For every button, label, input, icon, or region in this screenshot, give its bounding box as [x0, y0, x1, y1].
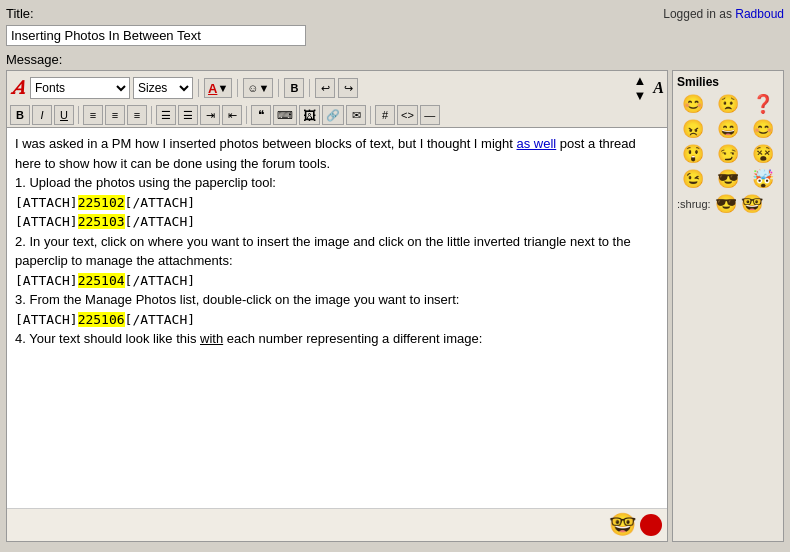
sep4 — [309, 79, 310, 97]
username-link[interactable]: Radboud — [735, 7, 784, 21]
italic-button[interactable]: I — [32, 105, 52, 125]
editor-bottom-bar: 🤓 — [7, 508, 667, 541]
size-select[interactable]: Sizes — [133, 77, 193, 99]
hash-button[interactable]: # — [375, 105, 395, 125]
smiley-12[interactable]: 🤯 — [752, 168, 774, 190]
red-circle-button[interactable] — [640, 514, 662, 536]
smiley-10[interactable]: 😉 — [682, 168, 704, 190]
list-unordered-button[interactable]: ☰ — [156, 105, 176, 125]
title-input[interactable] — [6, 25, 306, 46]
email-button[interactable]: ✉ — [346, 105, 366, 125]
smiley-7[interactable]: 😲 — [682, 143, 704, 165]
smiley-6[interactable]: 😊 — [752, 118, 774, 140]
font-style-icon[interactable]: 𝐴 — [10, 77, 27, 99]
image-button[interactable]: 🖼 — [299, 105, 320, 125]
link-button[interactable]: 🔗 — [322, 105, 344, 125]
sep3 — [278, 79, 279, 97]
smilies-title: Smilies — [677, 75, 779, 89]
font-select[interactable]: Fonts — [30, 77, 130, 99]
smiley-3[interactable]: ❓ — [752, 93, 774, 115]
smiley-1[interactable]: 😊 — [682, 93, 704, 115]
bold-button[interactable]: B — [10, 105, 30, 125]
logged-in-text: Logged in as Radboud — [663, 7, 784, 21]
message-label: Message: — [6, 52, 784, 67]
title-label: Title: — [6, 6, 34, 21]
underline-button[interactable]: U — [54, 105, 74, 125]
step3-text: 3. From the Manage Photos list, double-c… — [15, 290, 659, 310]
smiley-8[interactable]: 😏 — [717, 143, 739, 165]
align-left-button[interactable]: ≡ — [83, 105, 103, 125]
shrug-row: :shrug: 😎 🤓 — [677, 193, 779, 215]
emoji-nerd-bottom[interactable]: 🤓 — [609, 512, 636, 538]
smiley-14[interactable]: 🤓 — [741, 193, 763, 215]
smilies-panel: Smilies 😊 😟 ❓ 😠 😄 😊 😲 😏 😵 😉 😎 🤯 :shrug: … — [672, 70, 784, 542]
sep5 — [78, 106, 79, 124]
dash-button[interactable]: — — [420, 105, 440, 125]
attach2: [ATTACH]225103[/ATTACH] — [15, 212, 659, 232]
sep7 — [246, 106, 247, 124]
outdent-button[interactable]: ⇤ — [222, 105, 242, 125]
align-center-button[interactable]: ≡ — [105, 105, 125, 125]
toolbar: 𝐴 Fonts Sizes A▼ ☺▼ B ↩ ↪ — [7, 71, 667, 128]
content-area[interactable]: I was asked in a PM how I inserted photo… — [7, 128, 667, 508]
font-color-button[interactable]: A▼ — [204, 78, 232, 98]
editor-logo: A — [653, 79, 664, 97]
intro-paragraph: I was asked in a PM how I inserted photo… — [15, 134, 659, 173]
sep2 — [237, 79, 238, 97]
smilies-grid: 😊 😟 ❓ 😠 😄 😊 😲 😏 😵 😉 😎 🤯 — [677, 93, 779, 190]
attach4: [ATTACH]225106[/ATTACH] — [15, 310, 659, 330]
source-button[interactable]: <> — [397, 105, 418, 125]
attach1: [ATTACH]225102[/ATTACH] — [15, 193, 659, 213]
smiley-2[interactable]: 😟 — [717, 93, 739, 115]
step2-text: 2. In your text, click on where you want… — [15, 232, 659, 271]
quote-button[interactable]: ❝ — [251, 105, 271, 125]
smiley-11[interactable]: 😎 — [717, 168, 739, 190]
smiley-13[interactable]: 😎 — [715, 193, 737, 215]
sep6 — [151, 106, 152, 124]
as-well-link[interactable]: as well — [517, 136, 557, 151]
bold-format-button[interactable]: B — [284, 78, 304, 98]
step4-text: 4. Your text should look like this with … — [15, 329, 659, 349]
emoji-button[interactable]: ☺▼ — [243, 78, 273, 98]
smiley-4[interactable]: 😠 — [682, 118, 704, 140]
smiley-5[interactable]: 😄 — [717, 118, 739, 140]
scroll-arrows[interactable]: ▲ ▼ — [633, 73, 646, 103]
shrug-label: :shrug: — [677, 198, 711, 210]
align-right-button[interactable]: ≡ — [127, 105, 147, 125]
sep8 — [370, 106, 371, 124]
redo-button[interactable]: ↪ — [338, 78, 358, 98]
list-ordered-button[interactable]: ☰ — [178, 105, 198, 125]
undo-button[interactable]: ↩ — [315, 78, 335, 98]
smiley-9[interactable]: 😵 — [752, 143, 774, 165]
attach3: [ATTACH]225104[/ATTACH] — [15, 271, 659, 291]
step1-text: 1. Upload the photos using the paperclip… — [15, 173, 659, 193]
indent-button[interactable]: ⇥ — [200, 105, 220, 125]
code-button[interactable]: ⌨ — [273, 105, 297, 125]
sep1 — [198, 79, 199, 97]
